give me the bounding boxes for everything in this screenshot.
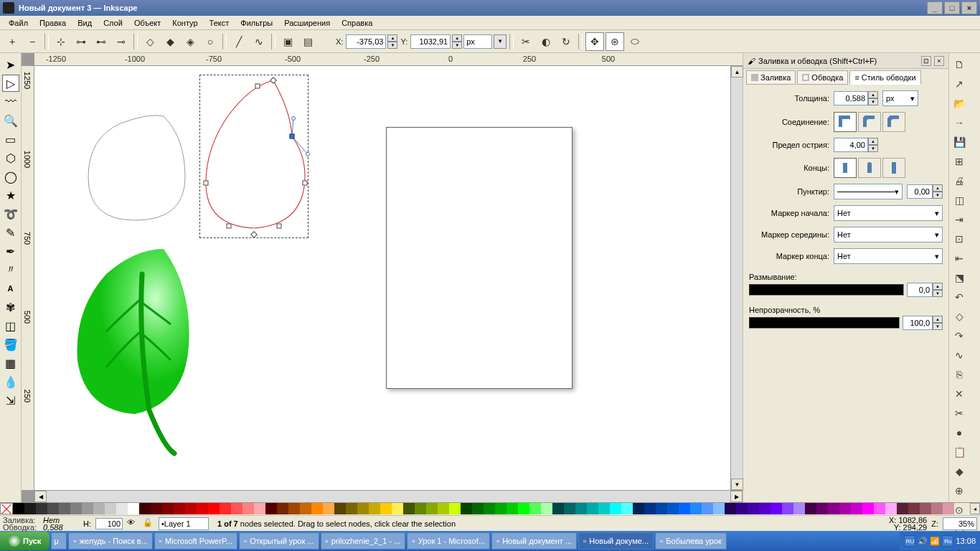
- color-swatch[interactable]: [897, 503, 908, 514]
- selected-path-bbox[interactable]: [199, 75, 308, 238]
- color-swatch[interactable]: [851, 503, 862, 514]
- opacity-slider[interactable]: [749, 317, 900, 329]
- color-swatch[interactable]: [197, 503, 208, 514]
- tweak-tool-icon[interactable]: 〰: [2, 93, 19, 110]
- cap-butt-icon[interactable]: [834, 158, 857, 178]
- print-icon[interactable]: 🖨: [951, 172, 968, 189]
- color-swatch[interactable]: [380, 503, 392, 514]
- copy-icon[interactable]: ⎘: [951, 366, 968, 383]
- node-cusp-icon[interactable]: ◇: [141, 32, 159, 51]
- join-miter-icon[interactable]: [834, 112, 857, 132]
- status-fill-value[interactable]: Нет: [43, 517, 79, 524]
- menu-file[interactable]: Файл: [3, 17, 34, 29]
- color-swatch[interactable]: [346, 503, 357, 514]
- no-color-swatch[interactable]: [0, 503, 13, 514]
- color-swatch[interactable]: [920, 503, 931, 514]
- x-down-icon[interactable]: ▼: [387, 42, 397, 49]
- color-swatch[interactable]: [174, 503, 185, 514]
- color-swatch[interactable]: [185, 503, 197, 514]
- cut-icon[interactable]: ✂: [951, 405, 968, 422]
- color-swatch[interactable]: [805, 503, 816, 514]
- taskbar-tab[interactable]: ▫Открытый урок ...: [239, 532, 319, 550]
- width-unit-select[interactable]: px▾: [882, 90, 918, 106]
- show-handles-icon[interactable]: ⊛: [606, 32, 624, 51]
- color-swatch[interactable]: [656, 503, 667, 514]
- vertical-scrollbar[interactable]: ▲ ▼: [730, 66, 743, 490]
- unit-select[interactable]: px: [463, 34, 492, 49]
- snap-node-icon[interactable]: ◇: [951, 308, 968, 325]
- color-swatch[interactable]: [725, 503, 736, 514]
- color-swatch[interactable]: [587, 503, 598, 514]
- width-input[interactable]: [834, 91, 868, 105]
- tray-volume-icon[interactable]: 🔊: [918, 537, 928, 546]
- y-up-icon[interactable]: ▲: [452, 34, 462, 42]
- default-icon[interactable]: ↗: [951, 75, 968, 93]
- segment-curve-icon[interactable]: ∿: [250, 32, 268, 51]
- tab-stroke-style[interactable]: ≡Стиль обводки: [849, 70, 920, 85]
- paintbucket-tool-icon[interactable]: 🪣: [2, 336, 19, 353]
- color-swatch[interactable]: [311, 503, 323, 514]
- color-swatch[interactable]: [771, 503, 782, 514]
- color-swatch[interactable]: [748, 503, 759, 514]
- color-swatch[interactable]: [793, 503, 805, 514]
- menu-filters[interactable]: Фильтры: [235, 17, 278, 29]
- layer-lock-icon[interactable]: 🔓: [143, 518, 154, 529]
- node-auto-icon[interactable]: ○: [201, 32, 220, 51]
- node-join-seg-icon[interactable]: ⊷: [92, 32, 110, 51]
- scroll-left-icon[interactable]: ◀: [34, 491, 47, 502]
- node-symmetric-icon[interactable]: ◈: [181, 32, 199, 51]
- maximize-button[interactable]: □: [944, 1, 960, 14]
- color-swatch[interactable]: [220, 503, 231, 514]
- text-tool-icon[interactable]: A: [2, 280, 19, 297]
- path-node[interactable]: [255, 84, 260, 89]
- color-swatch[interactable]: [644, 503, 656, 514]
- ellipse-tool-icon[interactable]: ◯: [2, 168, 19, 185]
- color-swatch[interactable]: [702, 503, 713, 514]
- color-swatch[interactable]: [139, 503, 151, 514]
- spray-tool-icon[interactable]: ✾: [2, 298, 19, 316]
- quicklaunch-utorrent-icon[interactable]: μ: [51, 532, 67, 550]
- snap-icon[interactable]: ⊞: [951, 153, 968, 170]
- color-swatch[interactable]: [70, 503, 82, 514]
- menu-view[interactable]: Вид: [72, 17, 98, 29]
- zoom-input[interactable]: [943, 517, 977, 530]
- show-clip-icon[interactable]: ✂: [517, 32, 535, 51]
- snap-intersect-icon[interactable]: ✕: [951, 385, 968, 402]
- zoom-tool-icon[interactable]: 🔍: [2, 112, 19, 129]
- color-swatch[interactable]: [610, 503, 621, 514]
- redo-icon[interactable]: ↷: [951, 327, 968, 344]
- cap-square-icon[interactable]: [882, 158, 905, 178]
- menu-path[interactable]: Контур: [166, 17, 203, 29]
- color-swatch[interactable]: [484, 503, 495, 514]
- node-break-icon[interactable]: ⊹: [52, 32, 70, 51]
- color-swatch[interactable]: [277, 503, 288, 514]
- color-swatch[interactable]: [472, 503, 484, 514]
- snap-smooth-icon[interactable]: ●: [951, 424, 968, 441]
- color-swatch[interactable]: [59, 503, 70, 514]
- menu-object[interactable]: Объект: [128, 17, 166, 29]
- color-swatch[interactable]: [24, 503, 36, 514]
- color-swatch[interactable]: [334, 503, 346, 514]
- color-swatch[interactable]: [369, 503, 380, 514]
- 3dbox-tool-icon[interactable]: ⬡: [2, 149, 19, 166]
- color-swatch[interactable]: [828, 503, 839, 514]
- menu-text[interactable]: Текст: [204, 17, 235, 29]
- marker-mid-select[interactable]: Нет▾: [834, 227, 943, 242]
- color-swatch[interactable]: [679, 503, 690, 514]
- taskbar-tab[interactable]: ▫желудь - Поиск в...: [68, 532, 152, 550]
- snap-path-icon[interactable]: ∿: [951, 347, 968, 364]
- segment-line-icon[interactable]: ╱: [230, 32, 248, 51]
- menu-layer[interactable]: Слой: [98, 17, 128, 29]
- path-node[interactable]: [227, 224, 232, 229]
- color-swatch[interactable]: [736, 503, 748, 514]
- color-swatch[interactable]: [449, 503, 461, 514]
- next-path-icon[interactable]: ↻: [557, 32, 575, 51]
- dash-offset-input[interactable]: [907, 184, 933, 199]
- transform-handles-icon[interactable]: ✥: [585, 32, 604, 51]
- show-outline-icon[interactable]: ⬭: [626, 32, 644, 51]
- color-swatch[interactable]: [943, 503, 954, 514]
- status-opacity-input[interactable]: [95, 518, 123, 529]
- show-mask-icon[interactable]: ◐: [537, 32, 555, 51]
- color-swatch[interactable]: [782, 503, 793, 514]
- color-swatch[interactable]: [621, 503, 633, 514]
